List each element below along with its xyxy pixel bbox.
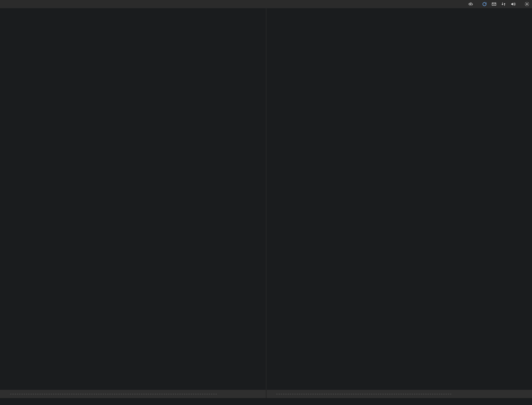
refresh-icon[interactable] <box>482 2 487 7</box>
modeline-right: ----------------------------------------… <box>266 390 532 398</box>
svg-point-0 <box>469 3 471 5</box>
left-buffer[interactable] <box>0 8 266 390</box>
modeline-left: ----------------------------------------… <box>0 390 266 398</box>
right-buffer[interactable] <box>266 8 532 390</box>
modeline-dashes: ----------------------------------------… <box>276 391 452 396</box>
network-icon[interactable] <box>501 2 506 7</box>
volume-icon[interactable] <box>510 2 516 7</box>
mail-icon[interactable] <box>491 2 497 7</box>
settings-gear-icon[interactable] <box>524 2 529 7</box>
minibuffer[interactable] <box>0 398 532 405</box>
svg-point-2 <box>526 3 528 5</box>
weather-icon[interactable] <box>468 2 473 7</box>
system-tray <box>468 2 529 7</box>
modeline-dashes: ----------------------------------------… <box>10 391 217 396</box>
window-titlebar <box>0 0 532 8</box>
